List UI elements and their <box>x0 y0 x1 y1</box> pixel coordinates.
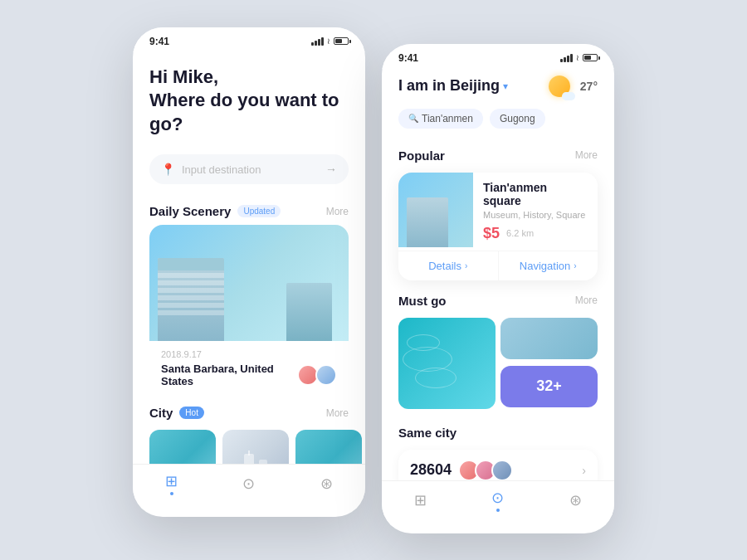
rnav-active-dot <box>496 509 500 512</box>
nav-profile[interactable]: ⊛ <box>320 475 333 493</box>
city-card-1[interactable]: Turkey <box>149 430 216 463</box>
scenery-title: Daily Scenery <box>149 204 231 218</box>
nav-map[interactable]: ⊙ <box>242 475 255 493</box>
scenery-more[interactable]: More <box>326 206 349 217</box>
place-price: $5 <box>483 225 500 242</box>
tag-row: 🔍 Tian'anmen Gugong <box>382 105 614 139</box>
mustgo-title: Must go <box>398 294 447 308</box>
scenery-header: Daily Scenery Updated More <box>133 194 365 225</box>
tag-tiananmen[interactable]: 🔍 Tian'anmen <box>398 109 483 129</box>
details-button[interactable]: Details › <box>398 251 499 280</box>
nav-home[interactable]: ⊞ <box>165 472 178 495</box>
building-bg <box>500 318 598 359</box>
details-chevron: › <box>465 261 467 270</box>
bottom-nav-right: ⊞ ⊙ ⊛ <box>382 480 614 527</box>
city-title-group: City Hot <box>149 406 204 420</box>
rmap-icon: ⊙ <box>491 489 504 507</box>
rhome-icon: ⊞ <box>414 491 427 509</box>
scenery-date: 2018.9.17 <box>161 349 337 359</box>
tag-gugong[interactable]: Gugong <box>490 109 545 129</box>
weather-widget: 27° <box>549 75 598 97</box>
navigation-label: Navigation <box>520 260 570 272</box>
mustgo-grid: 32+ <box>382 314 614 416</box>
building-left <box>158 258 224 341</box>
same-city-avatars <box>458 460 513 480</box>
greeting-line2: Where do you want to go? <box>149 89 349 136</box>
city-card-2[interactable]: Germany <box>222 430 289 463</box>
scenery-location: Santa Barbara, United States <box>161 363 297 387</box>
status-bar-left: 9:41 ≀ <box>133 27 365 52</box>
mustgo-item-count[interactable]: 32+ <box>500 366 598 407</box>
same-city-count: 28604 <box>410 461 452 479</box>
city-header: City Hot More <box>133 396 365 426</box>
right-header: I am in Beijing ▾ 27° <box>382 69 614 105</box>
pop-building <box>407 197 448 247</box>
arrow-icon: → <box>325 163 337 176</box>
popular-more[interactable]: More <box>575 149 598 161</box>
place-name: Tian'anmen square <box>483 181 588 207</box>
rnav-map[interactable]: ⊙ <box>491 489 504 512</box>
same-city-header: Same city <box>382 416 614 446</box>
building-right <box>286 283 332 341</box>
wifi-icon: ≀ <box>327 37 330 46</box>
same-city-card[interactable]: 28604 › <box>398 450 598 480</box>
time-left: 9:41 <box>149 36 169 47</box>
avatar-2 <box>315 364 337 386</box>
navigation-button[interactable]: Navigation › <box>499 251 598 280</box>
greeting-section: Hi Mike, Where do you want to go? <box>133 52 365 145</box>
tag-search-icon: 🔍 <box>408 114 418 123</box>
popular-card: Tian'anmen square Museum, History, Squar… <box>398 173 598 280</box>
mustgo-header: Must go More <box>382 284 614 314</box>
battery-icon-r <box>583 54 598 61</box>
place-distance: 6.2 km <box>506 228 534 238</box>
search-placeholder: Input destination <box>182 163 319 176</box>
popular-title: Popular <box>398 149 445 163</box>
temperature: 27° <box>580 80 598 93</box>
pin-icon: 📍 <box>161 163 175 176</box>
place-tags: Museum, History, Square <box>483 210 588 220</box>
time-right: 9:41 <box>398 52 418 64</box>
search-bar[interactable]: 📍 Input destination → <box>149 154 349 184</box>
status-icons-left: ≀ <box>311 37 349 46</box>
popular-header: Popular More <box>382 139 614 169</box>
sc-avatar-3 <box>491 460 513 480</box>
scenery-info: 2018.9.17 Santa Barbara, United States <box>149 341 349 396</box>
same-city-title: Same city <box>398 426 456 440</box>
popular-image <box>398 173 473 247</box>
signal-icon <box>311 37 324 46</box>
mustgo-item-building[interactable] <box>500 318 598 359</box>
cloud-icon <box>562 92 575 100</box>
city-more[interactable]: More <box>326 407 349 419</box>
tag-label-1: Tian'anmen <box>422 113 473 124</box>
weather-sun <box>549 75 570 97</box>
home-icon: ⊞ <box>165 472 178 490</box>
scenery-card[interactable]: 2018.9.17 Santa Barbara, United States <box>149 225 349 396</box>
city-card-3[interactable]: Turkey <box>295 430 362 463</box>
price-row: $5 6.2 km <box>483 225 588 242</box>
same-city-left: 28604 <box>410 460 513 480</box>
right-phone-content: I am in Beijing ▾ 27° 🔍 Tian'anmen <box>382 69 614 480</box>
scenery-image <box>149 225 349 341</box>
right-phone: 9:41 ≀ I am in Beijing ▾ <box>382 44 614 533</box>
left-phone-content: Hi Mike, Where do you want to go? 📍 Inpu… <box>133 52 365 464</box>
city-cards: Turkey Germany Turkey <box>133 426 365 463</box>
nav-active-dot <box>170 492 173 495</box>
greeting-line1: Hi Mike, <box>149 66 349 90</box>
popular-info: Tian'anmen square Museum, History, Squar… <box>473 173 598 251</box>
nav-chevron: › <box>574 261 576 270</box>
city-title: City <box>149 406 173 420</box>
city-towers <box>242 454 269 463</box>
ripple-3 <box>415 368 456 388</box>
battery-icon <box>334 37 349 45</box>
updated-badge: Updated <box>237 205 281 217</box>
popular-actions: Details › Navigation › <box>398 251 598 280</box>
map-icon: ⊙ <box>242 475 255 493</box>
dropdown-icon[interactable]: ▾ <box>503 80 508 92</box>
count-display: 32+ <box>500 366 598 407</box>
mustgo-more[interactable]: More <box>575 295 598 306</box>
rnav-profile[interactable]: ⊛ <box>569 491 582 509</box>
location-title: I am in Beijing ▾ <box>398 77 508 95</box>
rnav-home[interactable]: ⊞ <box>414 491 427 509</box>
mustgo-item-water[interactable] <box>398 318 496 409</box>
status-bar-right: 9:41 ≀ <box>382 44 614 69</box>
